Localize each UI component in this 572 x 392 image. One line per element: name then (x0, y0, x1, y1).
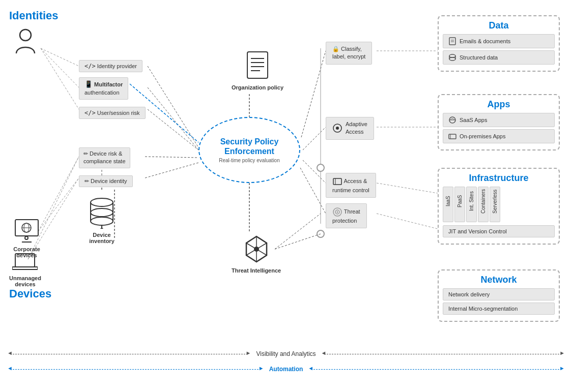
svg-line-14 (145, 163, 198, 178)
svg-line-13 (145, 157, 198, 158)
devices-title: Devices (9, 287, 51, 300)
org-policy: Organization policy (232, 51, 283, 91)
automation-label: Automation (261, 366, 311, 373)
automation-arrow-right (311, 369, 562, 370)
adaptive-access-box: AdaptiveAccess (326, 117, 374, 140)
svg-point-34 (25, 236, 28, 239)
jit-version-item: JIT and Version Control (443, 225, 555, 237)
svg-point-41 (91, 198, 113, 206)
svg-rect-62 (333, 178, 341, 185)
svg-line-1 (41, 48, 79, 87)
diagram-container: Identities </> Identity provider 📱 Multi… (0, 0, 572, 392)
security-title: Security Policy Enforcement (199, 137, 299, 156)
svg-rect-50 (247, 52, 268, 78)
network-section: Network Network delivery Internal Micro-… (438, 269, 560, 322)
saas-apps-item: SaaS Apps (443, 113, 555, 127)
device-inventory-label: Deviceinventory (87, 232, 117, 244)
svg-line-10 (148, 87, 198, 150)
internal-micro-seg-item: Internal Micro-segmentation (443, 303, 555, 315)
data-section: Data Emails & documents Structured data (438, 15, 560, 72)
svg-line-9 (148, 66, 198, 147)
containers-item: Containers (478, 187, 489, 222)
on-premises-apps-item: On-premises Apps (443, 129, 555, 143)
threat-intel-label: Threat Intelligence (232, 267, 281, 274)
emails-documents-item: Emails & documents (443, 34, 555, 48)
svg-point-66 (337, 212, 338, 213)
threat-protection-box: Threatprotection (326, 203, 367, 228)
svg-rect-40 (12, 267, 38, 269)
svg-rect-67 (449, 38, 455, 45)
svg-point-32 (20, 29, 31, 41)
network-title: Network (443, 275, 555, 285)
structured-data-item: Structured data (443, 50, 555, 65)
svg-point-27 (317, 230, 324, 237)
org-policy-label: Organization policy (232, 84, 283, 91)
multifactor-box: 📱 Multifactorauthentication (79, 77, 128, 100)
svg-line-23 (377, 183, 438, 193)
unmanaged-devices-icon: Unmanageddevices (9, 252, 41, 287)
paas-item: PaaS (454, 187, 465, 222)
infra-vertical-items: IaaS PaaS Int. Sites Containers Serverle… (443, 187, 555, 222)
security-subtitle: Real-time policy evaluation (219, 158, 280, 163)
svg-point-44 (91, 208, 113, 217)
security-policy-ellipse: Security Policy Enforcement Real-time po… (198, 117, 300, 183)
person-icon (14, 28, 37, 57)
svg-line-29 (275, 234, 321, 249)
identity-provider-box: </> Identity provider (79, 60, 142, 72)
svg-line-19 (303, 160, 326, 183)
svg-line-2 (41, 48, 79, 109)
visibility-bar: Visibility and Analytics (0, 350, 572, 357)
svg-line-4 (38, 178, 79, 231)
svg-point-73 (449, 57, 455, 61)
svg-line-28 (275, 214, 321, 249)
infrastructure-section: Infrastructure IaaS PaaS Int. Sites Cont… (438, 168, 560, 245)
network-delivery-item: Network delivery (443, 288, 555, 300)
visibility-arrow-right (324, 354, 562, 354)
apps-title: Apps (443, 99, 555, 110)
svg-rect-76 (449, 134, 456, 139)
access-runtime-box: Access &runtime control (326, 173, 376, 198)
svg-point-59 (254, 247, 259, 252)
svg-point-61 (336, 127, 339, 130)
svg-line-24 (377, 214, 438, 229)
svg-point-70 (449, 54, 455, 57)
svg-line-17 (301, 51, 326, 137)
svg-point-47 (91, 217, 113, 225)
serverless-item: Serverless (490, 187, 500, 222)
svg-line-0 (41, 48, 79, 66)
infra-title: Infrastructure (443, 173, 555, 184)
svg-line-18 (303, 127, 326, 150)
device-inventory: Deviceinventory (87, 193, 117, 244)
automation-bar: Automation (0, 366, 572, 373)
automation-arrow-left (10, 369, 261, 370)
visibility-label: Visibility and Analytics (248, 350, 324, 357)
classify-box: 🔒 Classify,label, encrypt (326, 42, 372, 65)
identities-title: Identities (9, 9, 59, 22)
svg-rect-39 (15, 254, 35, 267)
unmanaged-devices-label: Unmanageddevices (9, 275, 41, 287)
svg-line-20 (300, 168, 326, 214)
svg-point-26 (317, 164, 324, 171)
apps-section: Apps SaaS Apps On-premises Apps (438, 94, 560, 150)
svg-line-3 (38, 157, 79, 231)
svg-point-49 (100, 228, 103, 229)
device-identity-box: ✏ Device identity (79, 175, 133, 187)
int-sites-item: Int. Sites (466, 187, 477, 222)
user-session-box: </> User/session risk (79, 107, 146, 119)
iaas-item: IaaS (443, 187, 453, 222)
device-risk-box: ✏ Device risk &compliance state (79, 147, 130, 168)
data-title: Data (443, 20, 555, 31)
threat-intelligence: Threat Intelligence (232, 234, 281, 274)
visibility-arrow-left (10, 354, 248, 354)
svg-line-11 (148, 109, 198, 150)
